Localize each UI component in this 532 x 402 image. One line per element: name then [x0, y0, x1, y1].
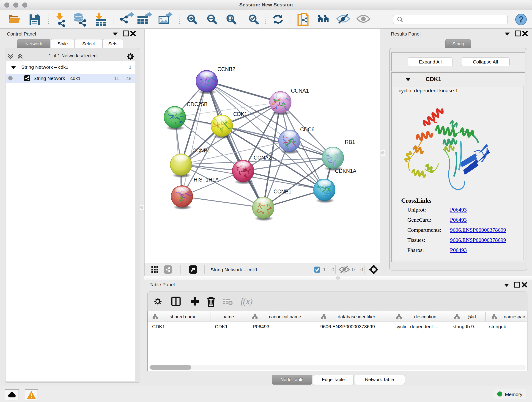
svg-text:description: description	[414, 314, 437, 319]
svg-text:CCNE1: CCNE1	[273, 189, 291, 195]
svg-text:@id: @id	[468, 314, 476, 319]
svg-text:CDKN1A: CDKN1A	[335, 168, 356, 174]
svg-text:String Network – cdk1: String Network – cdk1	[210, 267, 258, 272]
svg-text:database identifier: database identifier	[338, 314, 375, 319]
svg-text:CCNB2: CCNB2	[217, 66, 235, 72]
svg-text:CDK1: CDK1	[233, 111, 247, 117]
svg-text:HIST1H1A: HIST1H1A	[194, 177, 219, 183]
svg-text:RB1: RB1	[345, 139, 355, 145]
svg-text:1 – 0: 1 – 0	[323, 267, 334, 273]
svg-text:CDC25B: CDC25B	[187, 101, 208, 107]
svg-text:0 – 0: 0 – 0	[352, 267, 363, 273]
svg-text:CCNA1: CCNA1	[291, 88, 309, 94]
svg-text:CDC6: CDC6	[300, 127, 315, 133]
svg-text:canonical name: canonical name	[269, 314, 301, 319]
svg-text:CCNA2: CCNA2	[254, 155, 272, 161]
svg-text:f(x): f(x)	[241, 296, 253, 306]
svg-text:shared name: shared name	[170, 314, 196, 319]
svg-text:?: ?	[518, 15, 524, 24]
svg-text:namespac: namespac	[504, 314, 525, 319]
svg-text:CCNB1: CCNB1	[192, 148, 210, 153]
svg-text:name: name	[222, 314, 234, 319]
